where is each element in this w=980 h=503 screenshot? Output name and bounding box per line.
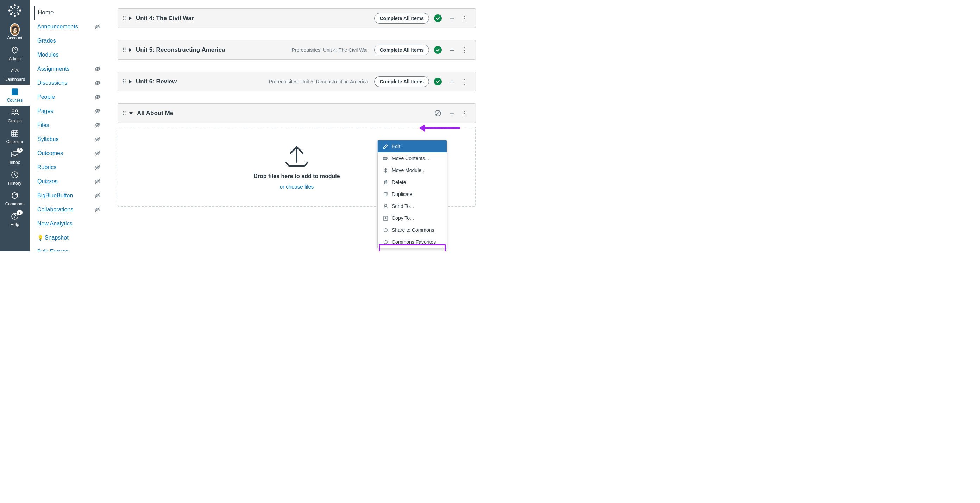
course-nav-syllabus[interactable]: Syllabus: [37, 132, 105, 146]
module-unit-5: ⠿ Unit 5: Reconstructing America Prerequ…: [118, 40, 476, 60]
svg-point-6: [8, 10, 11, 12]
drag-handle-icon[interactable]: ⠿: [122, 78, 126, 85]
hidden-icon: [94, 206, 101, 213]
nav-history[interactable]: History: [0, 168, 30, 189]
course-nav-people[interactable]: People: [37, 90, 105, 104]
add-item-button[interactable]: ＋: [447, 44, 457, 55]
course-nav-bulk-excuse[interactable]: Bulk Excuse: [37, 245, 105, 252]
hidden-icon: [94, 80, 101, 86]
module-options-button[interactable]: ⋮: [460, 76, 470, 87]
nav-help-label: Help: [11, 222, 19, 227]
expand-caret-icon[interactable]: [129, 16, 132, 20]
svg-point-3: [18, 13, 20, 16]
unpublished-icon[interactable]: [434, 109, 442, 117]
hidden-icon: [94, 150, 101, 157]
module-unit-6: ⠿ Unit 6: Review Prerequisites: Unit 5: …: [118, 72, 476, 92]
nav-help[interactable]: 7 Help: [0, 209, 30, 230]
module-title: Unit 4: The Civil War: [136, 15, 194, 22]
user-icon: [383, 204, 388, 209]
published-icon[interactable]: [434, 14, 442, 22]
canvas-logo-icon[interactable]: [8, 3, 22, 17]
menu-move-module[interactable]: Move Module...: [378, 164, 447, 176]
help-badge: 7: [17, 210, 22, 215]
course-nav-outcomes[interactable]: Outcomes: [37, 146, 105, 160]
course-nav-rubrics[interactable]: Rubrics: [37, 160, 105, 175]
add-item-button[interactable]: ＋: [447, 108, 457, 119]
course-nav-pages[interactable]: Pages: [37, 104, 105, 118]
svg-point-0: [14, 4, 16, 6]
nav-account-label: Account: [7, 35, 22, 40]
hidden-icon: [94, 108, 101, 114]
module-options-menu: Edit Move Contents... Move Module... Del…: [377, 140, 447, 248]
course-nav-analytics[interactable]: New Analytics: [37, 217, 105, 231]
complete-all-pill[interactable]: Complete All Items: [374, 44, 429, 55]
menu-duplicate[interactable]: Duplicate: [378, 188, 447, 200]
complete-all-pill[interactable]: Complete All Items: [374, 76, 429, 87]
nav-commons[interactable]: Commons: [0, 189, 30, 209]
svg-point-7: [10, 6, 12, 8]
svg-point-12: [14, 13, 15, 14]
nav-dashboard[interactable]: Dashboard: [0, 64, 30, 85]
module-options-button[interactable]: ⋮: [460, 44, 470, 55]
course-nav-quizzes[interactable]: Quizzes: [37, 175, 105, 189]
drag-handle-icon[interactable]: ⠿: [122, 15, 126, 22]
svg-point-14: [11, 10, 12, 11]
nav-account[interactable]: 👩🏻 Account: [0, 22, 30, 43]
course-nav-snapshot[interactable]: 💡Snapshot: [37, 231, 105, 245]
menu-edit[interactable]: Edit: [378, 140, 447, 152]
svg-rect-29: [12, 152, 18, 157]
course-nav-grades[interactable]: Grades: [37, 34, 105, 48]
nav-admin[interactable]: Admin: [0, 43, 30, 64]
menu-copy-to[interactable]: Copy To...: [378, 212, 447, 224]
nav-groups[interactable]: Groups: [0, 106, 30, 126]
published-icon[interactable]: [434, 46, 442, 54]
module-header: ⠿ All About Me ＋ ⋮: [118, 104, 476, 123]
clock-icon: [10, 170, 20, 180]
add-item-button[interactable]: ＋: [447, 13, 457, 24]
drag-handle-icon[interactable]: ⠿: [122, 47, 126, 54]
svg-point-2: [19, 10, 21, 12]
module-header: ⠿ Unit 6: Review Prerequisites: Unit 5: …: [118, 72, 476, 91]
published-icon[interactable]: [434, 78, 442, 86]
trash-icon: [383, 180, 388, 185]
add-item-button[interactable]: ＋: [447, 76, 457, 87]
hidden-icon: [94, 66, 101, 72]
course-nav-bbb[interactable]: BigBlueButton: [37, 189, 105, 203]
svg-point-21: [16, 110, 18, 112]
menu-move-contents[interactable]: Move Contents...: [378, 152, 447, 164]
svg-point-9: [16, 8, 17, 9]
choose-files-link[interactable]: or choose files: [280, 184, 314, 190]
menu-send-to[interactable]: Send To...: [378, 200, 447, 212]
nav-admin-label: Admin: [9, 56, 21, 61]
module-title: All About Me: [137, 110, 173, 117]
course-nav-discussions[interactable]: Discussions: [37, 76, 105, 90]
expand-caret-icon[interactable]: [129, 48, 132, 52]
module-options-button[interactable]: ⋮: [460, 108, 470, 119]
course-nav-announcements[interactable]: Announcements: [37, 20, 105, 34]
nav-courses[interactable]: Courses: [0, 85, 30, 106]
inbox-icon: 3: [10, 149, 20, 159]
course-nav-home[interactable]: Home: [34, 6, 105, 20]
hidden-icon: [94, 122, 101, 129]
course-nav-files[interactable]: Files: [37, 118, 105, 132]
menu-share-commons[interactable]: Share to Commons: [378, 224, 447, 236]
menu-delete[interactable]: Delete: [378, 176, 447, 188]
expand-caret-icon[interactable]: [129, 80, 132, 83]
calendar-icon: [10, 129, 20, 138]
course-nav-modules[interactable]: Modules: [37, 48, 105, 62]
svg-line-59: [436, 111, 440, 115]
drag-handle-icon[interactable]: ⠿: [122, 110, 126, 117]
course-nav-assignments[interactable]: Assignments: [37, 62, 105, 76]
annotation-arrow: [419, 124, 460, 132]
svg-point-13: [12, 12, 13, 13]
dropzone-text: Drop files here to add to module: [253, 173, 340, 179]
annotation-highlight: [379, 244, 445, 252]
nav-inbox[interactable]: 3 Inbox: [0, 147, 30, 168]
nav-dashboard-label: Dashboard: [5, 77, 25, 82]
nav-calendar[interactable]: Calendar: [0, 126, 30, 147]
svg-point-20: [12, 110, 14, 112]
course-nav-collaborations[interactable]: Collaborations: [37, 203, 105, 217]
module-options-button[interactable]: ⋮: [460, 13, 470, 24]
complete-all-pill[interactable]: Complete All Items: [374, 13, 429, 24]
collapse-caret-icon[interactable]: [129, 112, 133, 115]
